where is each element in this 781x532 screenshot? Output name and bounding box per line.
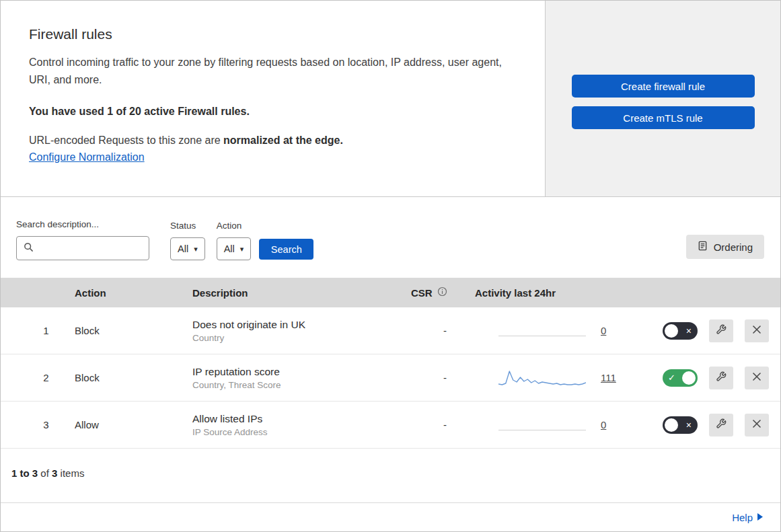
rule-enabled-toggle[interactable]: ✓ × xyxy=(663,322,698,340)
action-dropdown[interactable]: All ▾ xyxy=(217,237,252,260)
x-icon: × xyxy=(686,419,692,431)
rule-activity-cell: 111 xyxy=(475,368,657,388)
check-icon: ✓ xyxy=(668,372,675,384)
status-dropdown[interactable]: All ▾ xyxy=(170,237,205,260)
table-row: 3 Allow Allow listed IPs IP Source Addre… xyxy=(1,402,780,449)
rule-enabled-toggle[interactable]: ✓ × xyxy=(663,416,698,434)
item-range: 1 to 3 xyxy=(11,467,38,479)
filter-bar: Search description... Status All ▾ Actio… xyxy=(1,197,780,278)
rule-action: Allow xyxy=(75,419,192,430)
header-csr: CSR xyxy=(411,287,475,299)
help-link[interactable]: Help xyxy=(732,512,753,523)
page-description: Control incoming traffic to your zone by… xyxy=(29,54,517,89)
rule-description-cell: Does not originate in UK Country xyxy=(192,319,411,343)
rule-description: Allow listed IPs xyxy=(192,413,411,425)
rule-controls: ✓ × xyxy=(657,367,780,389)
create-mtls-rule-button[interactable]: Create mTLS rule xyxy=(572,106,755,129)
x-icon: × xyxy=(686,325,692,337)
rule-priority: 2 xyxy=(1,372,75,383)
configure-normalization-link[interactable]: Configure Normalization xyxy=(29,151,145,163)
action-dropdown-value: All xyxy=(224,243,235,254)
header-text-panel: Firewall rules Control incoming traffic … xyxy=(1,1,546,196)
activity-sparkline-empty xyxy=(498,415,586,435)
rule-enabled-toggle[interactable]: ✓ × xyxy=(663,369,698,387)
normalization-bold: normalized at the edge. xyxy=(223,135,343,146)
rule-controls: ✓ × xyxy=(657,414,780,436)
delete-rule-button[interactable] xyxy=(745,414,769,436)
rule-priority: 1 xyxy=(1,325,75,336)
wrench-icon xyxy=(716,371,727,384)
chevron-down-icon: ▾ xyxy=(194,245,198,254)
chevron-down-icon: ▾ xyxy=(240,245,244,254)
help-bar: Help xyxy=(1,502,780,531)
rule-activity-cell: 0 xyxy=(475,321,657,341)
rule-description: IP reputation score xyxy=(192,366,411,378)
close-icon xyxy=(752,372,761,383)
rule-csr: - xyxy=(411,372,475,383)
rule-activity-cell: 0 xyxy=(475,415,657,435)
delete-rule-button[interactable] xyxy=(745,367,769,389)
wrench-icon xyxy=(716,418,727,431)
toggle-knob xyxy=(682,371,696,385)
delete-rule-button[interactable] xyxy=(745,319,769,342)
list-document-icon xyxy=(698,241,708,253)
rule-csr: - xyxy=(411,419,475,430)
table-row: 2 Block IP reputation score Country, Thr… xyxy=(1,354,780,402)
edit-rule-button[interactable] xyxy=(709,367,733,389)
create-firewall-rule-button[interactable]: Create firewall rule xyxy=(572,75,755,98)
table-pagination-summary: 1 to 3 of 3 items xyxy=(1,449,780,502)
rule-action: Block xyxy=(75,372,192,383)
search-input-wrap xyxy=(16,236,149,260)
close-icon xyxy=(752,419,761,430)
header-description: Description xyxy=(192,287,411,299)
rule-csr: - xyxy=(411,325,475,336)
rule-controls: ✓ × xyxy=(657,319,780,342)
arrow-right-icon xyxy=(757,511,763,523)
activity-sparkline xyxy=(498,368,586,388)
action-filter-group: Action All ▾ xyxy=(217,221,252,260)
table-header-row: Action Description CSR Activity last 24h… xyxy=(1,278,780,307)
activity-sparkline-empty xyxy=(498,321,586,341)
usage-notice: You have used 1 of 20 active Firewall ru… xyxy=(29,106,517,118)
toggle-knob xyxy=(665,418,678,432)
search-button[interactable]: Search xyxy=(259,239,313,260)
rule-action: Block xyxy=(75,325,192,336)
normalization-notice: URL-encoded Requests to this zone are no… xyxy=(29,135,517,147)
rule-description: Does not originate in UK xyxy=(192,319,411,331)
of-text: of xyxy=(38,467,52,479)
activity-count-link[interactable]: 0 xyxy=(601,419,606,430)
firewall-rules-page: Firewall rules Control incoming traffic … xyxy=(0,0,781,532)
activity-count-link[interactable]: 0 xyxy=(601,325,606,336)
search-icon xyxy=(24,242,34,255)
rule-fields: Country, Threat Score xyxy=(192,380,411,390)
page-title: Firewall rules xyxy=(29,26,517,42)
action-label: Action xyxy=(217,221,252,231)
edit-rule-button[interactable] xyxy=(709,319,733,342)
rule-fields: Country xyxy=(192,333,411,343)
activity-count-link[interactable]: 111 xyxy=(601,372,616,383)
page-header-section: Firewall rules Control incoming traffic … xyxy=(1,1,780,197)
ordering-button-label: Ordering xyxy=(714,241,753,253)
toggle-knob xyxy=(665,324,678,338)
wrench-icon xyxy=(716,324,727,337)
close-icon xyxy=(752,325,761,336)
actions-panel: Create firewall rule Create mTLS rule xyxy=(546,1,780,196)
rule-description-cell: Allow listed IPs IP Source Address xyxy=(192,413,411,437)
normalization-text: URL-encoded Requests to this zone are xyxy=(29,135,223,146)
table-row: 1 Block Does not originate in UK Country… xyxy=(1,307,780,354)
status-filter-group: Status All ▾ xyxy=(170,221,205,260)
items-text: items xyxy=(57,467,84,479)
search-label: Search description... xyxy=(16,219,149,229)
rule-description-cell: IP reputation score Country, Threat Scor… xyxy=(192,366,411,390)
rule-fields: IP Source Address xyxy=(192,427,411,437)
ordering-button[interactable]: Ordering xyxy=(686,235,764,259)
search-group: Search description... xyxy=(16,219,149,260)
rule-priority: 3 xyxy=(1,419,75,430)
status-label: Status xyxy=(170,221,205,231)
header-action: Action xyxy=(75,287,192,299)
edit-rule-button[interactable] xyxy=(709,414,733,436)
search-input[interactable] xyxy=(39,243,142,254)
header-activity: Activity last 24hr xyxy=(475,287,657,299)
status-dropdown-value: All xyxy=(178,243,188,254)
info-icon[interactable] xyxy=(437,287,447,299)
